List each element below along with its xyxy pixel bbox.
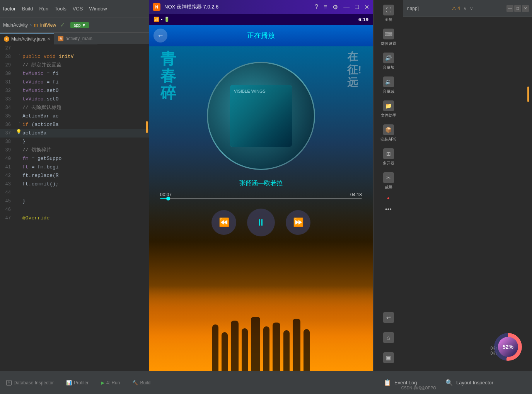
code-line-33: 33 tvVideo.setO bbox=[0, 95, 149, 104]
toolbar-more-icon[interactable]: ••• bbox=[385, 206, 392, 213]
progress-dot bbox=[166, 197, 170, 200]
emu-maximize-btn[interactable]: □ bbox=[355, 3, 359, 10]
vol-up-icon: 🔊 bbox=[383, 53, 394, 63]
rewind-icon: ⏪ bbox=[219, 217, 229, 228]
wifi-icon: 📶 bbox=[153, 17, 159, 22]
emu-menu-btn[interactable]: ≡ bbox=[324, 3, 327, 10]
code-line-47: 47 @Override bbox=[0, 214, 149, 222]
collapse-chevron[interactable]: ∨ bbox=[470, 6, 473, 11]
menu-window[interactable]: Window bbox=[89, 6, 107, 12]
file-helper-icon: 📁 bbox=[383, 100, 394, 111]
progress-times: 00:07 04:18 bbox=[160, 192, 362, 197]
profiler-icon: 📊 bbox=[66, 380, 72, 386]
emu-minimize-btn[interactable]: — bbox=[343, 3, 350, 10]
back-nav-icon: ↩ bbox=[383, 312, 394, 323]
code-area: 27 28 ○ public void initV 29 // 绑定并设置监 3… bbox=[0, 44, 149, 355]
status-time: 6:19 bbox=[358, 17, 368, 22]
profiler-label: Profiler bbox=[74, 380, 89, 386]
song-title: 张韶涵—欧若拉 bbox=[239, 179, 283, 187]
ide-right-topbar: r.app] ⚠ 4 ∧ ∨ — □ ✕ bbox=[403, 0, 532, 17]
warning-icon: ⚠ bbox=[452, 6, 456, 11]
recent-nav-icon: ▣ bbox=[383, 352, 394, 363]
tab-java-close[interactable]: ✕ bbox=[47, 37, 50, 41]
back-button[interactable]: ← bbox=[153, 29, 167, 42]
toolbar-install-apk[interactable]: 📦 安装APK bbox=[375, 121, 402, 145]
tab-java-label: MainActivity.java bbox=[11, 36, 45, 42]
app-title: 正在播放 bbox=[247, 31, 275, 40]
fullscreen-icon: ⛶ bbox=[383, 5, 394, 15]
vol-down-icon: 🔉 bbox=[383, 76, 394, 87]
layout-inspector-tab[interactable]: 🔍 Layout Inspector bbox=[439, 371, 532, 394]
code-line-42: 42 ft.replace(R bbox=[0, 172, 149, 180]
toolbar-fullscreen[interactable]: ⛶ 全屏 bbox=[375, 2, 402, 25]
code-line-44: 44 bbox=[0, 189, 149, 197]
menu-build[interactable]: Build bbox=[22, 6, 33, 12]
menu-factor[interactable]: factor bbox=[3, 6, 16, 12]
menu-bar: factor Build Run Tools VCS Window bbox=[0, 0, 149, 17]
toolbar-vol-down-label: 音量减 bbox=[383, 89, 394, 94]
perf-percent: 52% bbox=[498, 337, 518, 357]
database-inspector-tab[interactable]: 🗄 Database Inspector bbox=[3, 379, 57, 387]
emu-settings-btn[interactable]: ⚙ bbox=[332, 3, 338, 11]
code-line-45: 45 } bbox=[0, 197, 149, 205]
toolbar-file-helper[interactable]: 📁 文件助手 bbox=[375, 97, 402, 121]
screenshot-icon: ✂ bbox=[383, 172, 394, 183]
emu-close-btn[interactable]: ✕ bbox=[364, 3, 369, 11]
emulator-window: N NOX 夜神模拟器 7.0.2.6 ? ≡ ⚙ — □ ✕ 📶 ▪ 🔋 6:… bbox=[149, 0, 373, 371]
toolbar-dot-indicator: • bbox=[387, 195, 389, 203]
toolbar-recent-nav[interactable]: ▣ bbox=[375, 349, 402, 366]
toolbar-keybind[interactable]: ⌨ 键位设置 bbox=[375, 25, 402, 49]
breadcrumb-arrow: › bbox=[30, 22, 32, 28]
silhouette-bg bbox=[149, 286, 373, 371]
emu-help-btn[interactable]: ? bbox=[315, 3, 318, 10]
app-header: ← 正在播放 bbox=[149, 25, 373, 46]
tab-java[interactable]: c MainActivity.java ✕ bbox=[0, 33, 54, 44]
menu-run[interactable]: Run bbox=[39, 6, 48, 12]
scroll-indicator bbox=[146, 121, 148, 133]
breadcrumb-app[interactable]: app ▼ bbox=[70, 22, 89, 28]
close-icon[interactable]: ✕ bbox=[522, 5, 529, 12]
profiler-tab[interactable]: 📊 Profiler bbox=[63, 379, 92, 387]
breadcrumb-icon: m bbox=[34, 22, 38, 28]
emulator-title: NOX 夜神模拟器 7.0.2.6 bbox=[164, 3, 309, 10]
run-icon: ▶ bbox=[101, 380, 104, 386]
rewind-button[interactable]: ⏪ bbox=[211, 210, 236, 235]
ide-right-icons: ⚠ 4 ∧ ∨ bbox=[452, 6, 473, 11]
build-tab[interactable]: 🔨 Build bbox=[129, 379, 153, 387]
progress-bar[interactable] bbox=[160, 198, 362, 199]
code-line-39: 39 // 切换碎片 bbox=[0, 146, 149, 155]
toolbar-fullscreen-label: 全屏 bbox=[385, 17, 392, 22]
breadcrumb-init-view: initView bbox=[40, 22, 56, 28]
ide-right-content bbox=[403, 17, 532, 371]
menu-tools[interactable]: Tools bbox=[55, 6, 66, 12]
pause-button[interactable]: ⏸ bbox=[247, 209, 275, 236]
breadcrumb-main-activity: MainActivity bbox=[3, 22, 28, 28]
keybind-icon: ⌨ bbox=[383, 29, 394, 39]
battery-icon: 🔋 bbox=[164, 17, 170, 22]
run-tab[interactable]: ▶ 4: Run bbox=[98, 379, 123, 387]
toolbar-home-nav[interactable]: ⌂ bbox=[375, 329, 402, 346]
toolbar-back-nav[interactable]: ↩ bbox=[375, 309, 402, 326]
code-line-41: 41 ft = fm.begi bbox=[0, 163, 149, 172]
menu-vcs[interactable]: VCS bbox=[73, 6, 83, 12]
toolbar-vol-up[interactable]: 🔊 音量加 bbox=[375, 49, 402, 73]
toolbar-vol-down[interactable]: 🔉 音量减 bbox=[375, 73, 402, 97]
album-art: VISIBLE WINGS bbox=[207, 62, 315, 170]
network-stats: 0K↑ 0K↓ bbox=[491, 346, 497, 355]
toolbar-multi-open[interactable]: ⊞ 多开器 bbox=[375, 145, 402, 169]
install-apk-icon: 📦 bbox=[383, 124, 394, 135]
code-line-27: 27 bbox=[0, 44, 149, 53]
event-log-label: Event Log bbox=[394, 380, 417, 386]
maximize-icon[interactable]: □ bbox=[514, 5, 521, 12]
code-line-46: 46 bbox=[0, 205, 149, 214]
expand-chevron[interactable]: ∧ bbox=[463, 6, 467, 11]
playback-controls: ⏪ ⏸ ⏩ bbox=[211, 209, 310, 236]
perf-circle: 52% bbox=[494, 333, 522, 361]
minimize-icon[interactable]: — bbox=[506, 5, 513, 12]
emulator-titlebar: N NOX 夜神模拟器 7.0.2.6 ? ≡ ⚙ — □ ✕ bbox=[149, 0, 373, 14]
toolbar-screenshot[interactable]: ✂ 裁屏 bbox=[375, 169, 402, 193]
tab-xml[interactable]: ≷ activity_main. bbox=[54, 33, 97, 44]
fast-forward-button[interactable]: ⏩ bbox=[286, 210, 310, 235]
toolbar-keybind-label: 键位设置 bbox=[381, 41, 396, 46]
album-inner: VISIBLE WINGS bbox=[230, 85, 292, 147]
